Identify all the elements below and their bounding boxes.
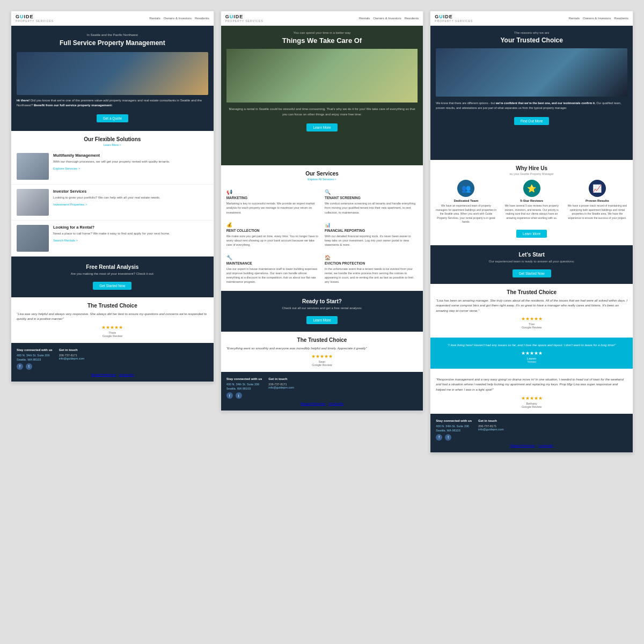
logo-text-2: GUIDE — [225, 14, 244, 19]
unsub-3[interactable]: Unsubscribe — [538, 444, 553, 447]
service-link-rental[interactable]: Search Rentals > — [53, 239, 78, 242]
cta-title-1: Free Rental Analysis — [17, 264, 208, 270]
service-body-rental: Need a place to call home? We make it ea… — [53, 231, 170, 236]
why-cta-3[interactable]: Learn More — [516, 230, 547, 238]
footer-address2-2[interactable]: Seattle, WA 98103 — [226, 387, 262, 390]
nav-owners-1[interactable]: Owners & Investors — [164, 17, 192, 20]
nav-2: Rentals Owners & Investors Residents — [359, 17, 419, 20]
hero-body-2: Managing a rental in Seattle could be st… — [226, 107, 418, 117]
stars-2: ★★★★★ — [226, 354, 418, 359]
footer-phone-3: 206-737-8171 — [478, 425, 496, 428]
service-link-multi[interactable]: Explore Services > — [53, 167, 80, 170]
footer-address1-3[interactable]: 400 N. 34th St. Suite 206 — [436, 425, 472, 428]
reviews-icon: ⭐ — [523, 180, 540, 197]
results-icon: 📈 — [589, 180, 606, 197]
lets-start-3: Let's Start Our experienced team is read… — [430, 245, 633, 284]
footer-bottom-2: Manage Preferences Unsubscribe — [226, 402, 418, 405]
nav-3: Rentals Owners & Investors Residents — [569, 17, 628, 20]
nav-residents-3[interactable]: Residents — [614, 17, 628, 20]
footer-address1-1[interactable]: 400 N. 34th St. Suite 206 — [17, 354, 53, 357]
hero-title-1: Full Service Property Management — [17, 39, 208, 48]
hero-title-2: Things We Take Care Of — [226, 36, 418, 45]
hero-body-1: Hi there! Did you know that we're one of… — [17, 98, 208, 108]
stars-1: ★★★★★ — [17, 325, 208, 330]
service-text-multi: Multifamily Management With our thorough… — [53, 153, 170, 170]
email-header-1: GUIDE PROPERTY SERVICES Rentals Owners &… — [11, 11, 214, 26]
svc-marketing: 📢 MARKETING Marketing is key to successf… — [225, 187, 320, 217]
service-body-invest: Looking to grow your portfolio? We can h… — [53, 195, 160, 200]
footer-email-1[interactable]: info@guidepm.com — [59, 357, 84, 360]
svc-maintenance: 🔧 MAINTENANCE Use our expert in house ma… — [225, 253, 320, 287]
manage-pref-1[interactable]: Manage Preferences — [91, 373, 115, 376]
twitter-icon-2[interactable]: t — [236, 392, 242, 399]
why-results-body: We have a proven track record of maintai… — [566, 204, 628, 220]
footer-social-1: f t — [17, 363, 53, 370]
trusted-section-2: The Trusted Choice "Everything went so s… — [221, 332, 423, 372]
testimonial-3-text-3: "Responsive management and a very easy g… — [436, 377, 627, 393]
lets-start-cta-3[interactable]: Get Started Now — [513, 269, 551, 277]
flexible-title-1: Our Flexible Solutions Learn More > — [11, 131, 214, 149]
trusted-section-3: The Trusted Choice "Lisa has been an ama… — [430, 284, 633, 335]
footer-bottom-1: Manage Preferences Unsubscribe — [17, 373, 208, 376]
rent-icon: 💰 — [226, 222, 319, 228]
why-item-team: 👥 Dedicated Team We have an experienced … — [435, 180, 497, 224]
trusted-hero-title-3: Your Trusted Choice — [436, 36, 627, 44]
svc-financial-title: FINANCIAL REPORTING — [325, 229, 418, 232]
marketing-icon: 📢 — [226, 189, 319, 195]
nav-1: Rentals Owners & Investors Residents — [149, 17, 209, 20]
footer-address2-1[interactable]: Seattle, WA 98103 — [17, 358, 53, 361]
trusted-hero-cta-3[interactable]: Find Out More — [514, 117, 550, 125]
footer-connect-2: Stay connected with us 400 N. 34th St. S… — [226, 377, 262, 399]
trusted-hero-3: The reasons why we are Your Trusted Choi… — [430, 26, 633, 160]
facebook-icon-2[interactable]: f — [226, 392, 233, 399]
services-link-2[interactable]: Explore All Services > — [225, 178, 419, 181]
footer-email-3[interactable]: info@guidepm.com — [478, 428, 503, 431]
nav-rentals-3[interactable]: Rentals — [569, 17, 580, 20]
nav-rentals-2[interactable]: Rentals — [359, 17, 370, 20]
facebook-icon-1[interactable]: f — [17, 363, 23, 370]
logo-prop-3: PROPERTY SERVICES — [435, 19, 473, 23]
cta-btn-1[interactable]: Get Started Now — [93, 282, 131, 290]
source-1: Google Review — [17, 334, 208, 338]
footer-address1-2[interactable]: 400 N. 34th St. Suite 206 — [226, 383, 262, 386]
footer-contact-2: Get in touch 206-737-8171 info@guidepm.c… — [268, 377, 294, 399]
nav-rentals-1[interactable]: Rentals — [149, 17, 160, 20]
cta-body-2: Check out all our services and get a fre… — [226, 306, 418, 310]
footer-cols-3: Stay connected with us 400 N. 34th St. S… — [436, 419, 627, 441]
svc-tenant: 🔍 TENANT SCREENING We conduct extensive … — [324, 187, 419, 217]
service-link-invest[interactable]: Investment Properties > — [53, 203, 87, 206]
hero-cta-1[interactable]: Get a Quote — [97, 114, 128, 122]
why-team-title: Dedicated Team — [435, 199, 497, 202]
testimonial-1-text-3: "Lisa has been an amazing manager. She t… — [436, 298, 627, 314]
twitter-icon-1[interactable]: t — [26, 363, 32, 370]
manage-pref-2[interactable]: Manage Preferences — [301, 402, 325, 405]
svc-marketing-body: Marketing is key to successful rentals. … — [226, 201, 319, 215]
svc-eviction-body: In the unfortunate event that a tenant n… — [325, 267, 418, 284]
facebook-icon-3[interactable]: f — [436, 434, 442, 441]
manage-pref-3[interactable]: Manage Preferences — [510, 444, 535, 447]
unsub-2[interactable]: Unsubscribe — [328, 402, 343, 405]
service-title-rental: Looking for a Rental? — [53, 225, 170, 230]
footer-cols-1: Stay connected with us 400 N. 34th St. S… — [17, 348, 208, 370]
svc-rent-title: RENT COLLECTION — [226, 229, 319, 232]
footer-3: Stay connected with us 400 N. 34th St. S… — [430, 414, 633, 452]
twitter-icon-3[interactable]: t — [445, 434, 451, 441]
email-header-2: GUIDE PROPERTY SERVICES Rentals Owners &… — [221, 11, 423, 26]
nav-owners-2[interactable]: Owners & Investors — [373, 17, 401, 20]
nav-residents-2[interactable]: Residents — [405, 17, 419, 20]
maintenance-icon: 🔧 — [226, 255, 319, 260]
cta-btn-2[interactable]: Learn More — [306, 316, 337, 324]
nav-residents-1[interactable]: Residents — [195, 17, 209, 20]
footer-email-2[interactable]: info@guidepm.com — [268, 386, 294, 389]
footer-address2-3[interactable]: Seattle, WA 98103 — [436, 429, 472, 432]
footer-cols-2: Stay connected with us 400 N. 34th St. S… — [226, 377, 418, 399]
footer-connect-3: Stay connected with us 400 N. 34th St. S… — [436, 419, 472, 441]
blue-stars-3: ★★★★★ — [436, 350, 627, 356]
flexible-link-1[interactable]: Learn More > — [16, 143, 209, 147]
stars-3-3: ★★★★★ — [436, 396, 627, 401]
service-title-invest: Investor Services — [53, 189, 160, 194]
unsub-1[interactable]: Unsubscribe — [119, 373, 134, 376]
cta-body-1: Are you making the most of your investme… — [17, 272, 208, 275]
nav-owners-3[interactable]: Owners & Investors — [583, 17, 611, 20]
hero-cta-2[interactable]: Learn More — [306, 123, 337, 131]
